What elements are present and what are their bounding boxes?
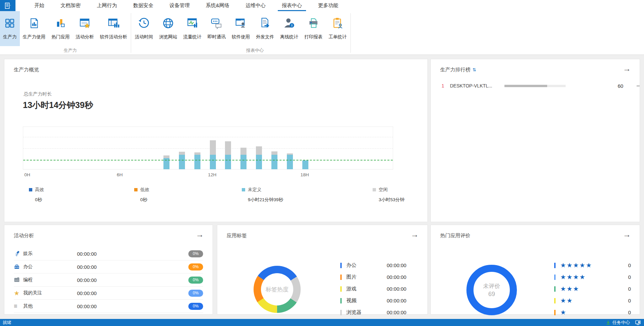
document-icon [4, 2, 11, 9]
ranking-row[interactable]: 1 DESKTOP-VLKTL... 60 [431, 80, 640, 92]
legend-marker [340, 263, 342, 268]
code-icon: </> [14, 277, 21, 283]
traffic-pulse-icon [186, 14, 199, 32]
ribbon-item-offline-stats[interactable]: i 离线统计 [277, 11, 301, 46]
percent-badge: 0% [188, 263, 203, 270]
legend-marker [554, 298, 556, 303]
stacked-bar [256, 146, 262, 169]
open-tags-arrow-icon[interactable]: → [411, 230, 419, 239]
panel-title: 应用标签 [227, 232, 247, 239]
user-info-icon: i [283, 14, 296, 32]
tab-doc-encryption[interactable]: 文档加密 [52, 0, 89, 11]
legend-marker [340, 310, 342, 315]
activity-list: 娱乐 00:00:00 0% 办公 00:00:00 0% </> 编程 00:… [14, 247, 203, 313]
tag-legend-row-pictures: 图片 00:00:00 [340, 271, 414, 283]
clipboard-user-icon [331, 14, 344, 32]
window-chart-icon [107, 14, 120, 32]
x-tick: 6H [117, 172, 122, 177]
briefcase-icon [14, 264, 21, 270]
window-star-icon [78, 14, 91, 32]
ribbon-item-activity-time[interactable]: 活动时间 [132, 11, 156, 46]
average-line [23, 160, 393, 160]
dashboard-content: 生产力概览 总生产力时长 13小时14分钟39秒 avg 0H 6H 12H 1… [0, 55, 644, 319]
score-value: 60 [594, 83, 623, 89]
legend-swatch [373, 188, 376, 191]
rating-row-2-stars: ★★ 0 [554, 295, 631, 306]
ribbon-item-instant-messaging[interactable]: 即时通讯 [204, 11, 229, 46]
ribbon-item-software-usage[interactable]: 软件使用 [229, 11, 253, 46]
tab-report-center[interactable]: 报表中心 [274, 0, 310, 11]
stacked-bar [194, 152, 200, 169]
x-tick: 18H [301, 172, 309, 177]
panel-hot-app-rating: 热门应用评价 → 未评价 69 ★★★★★ 0 ★★★★ 0 ★★★ 0 [430, 225, 640, 315]
stars-3-icon: ★★★ [560, 285, 628, 293]
legend-swatch [242, 188, 245, 191]
ribbon-item-productivity[interactable]: 生产力 [0, 11, 20, 46]
tab-start[interactable]: 开始 [26, 0, 52, 11]
open-ranking-arrow-icon[interactable]: → [623, 64, 631, 73]
legend-swatch [29, 188, 32, 191]
stars-2-icon: ★★ [560, 297, 628, 304]
tag-legend-row-office: 办公 00:00:00 [340, 259, 414, 271]
report-chart-icon [28, 14, 40, 32]
svg-text:</>: </> [15, 279, 19, 282]
stacked-bar [287, 153, 293, 169]
percent-badge: 0% [188, 303, 203, 310]
tab-more-features[interactable]: 更多功能 [310, 0, 346, 11]
rank-number: 1 [442, 83, 450, 88]
clock-history-icon [138, 14, 150, 32]
list-icon: ≡ [14, 303, 21, 309]
menu-bar: 开始 文档加密 上网行为 数据安全 设备管理 系统&网络 运维中心 报表中心 更… [0, 0, 644, 11]
x-tick: 12H [208, 172, 217, 177]
tag-legend-row-video: 视频 00:00:00 [340, 295, 414, 306]
ribbon-item-activity-analysis[interactable]: 活动分析 [73, 11, 97, 46]
panel-app-tags: 应用标签 → 标签热度 办公 00:00:00 图片 00:00:00 游戏 0… [217, 225, 428, 315]
x-axis-labels: 0H 6H 12H 18H [23, 172, 393, 178]
ring-center-value: 69 [488, 291, 495, 298]
unrated-ring-chart: 未评价 69 [466, 265, 517, 315]
stacked-bar [302, 160, 308, 169]
ribbon-item-work-order-stats[interactable]: 工单统计 [326, 11, 350, 46]
status-text: 就绪 [3, 320, 11, 326]
sort-icon[interactable]: ⇅ [472, 67, 476, 72]
task-monitor-icon[interactable] [635, 320, 641, 325]
star-icon: ★ [14, 290, 21, 296]
legend-marker [554, 263, 556, 268]
open-rating-arrow-icon[interactable]: → [623, 230, 631, 239]
tab-data-security[interactable]: 数据安全 [125, 0, 161, 11]
panel-title: 热门应用评价 [440, 232, 470, 239]
tab-web-behavior[interactable]: 上网行为 [89, 0, 125, 11]
stars-5-icon: ★★★★★ [560, 261, 628, 269]
stars-1-icon: ★ [560, 309, 628, 316]
computer-name: DESKTOP-VLKTL... [450, 83, 502, 88]
hot-apps-bars-icon [54, 14, 67, 32]
activity-row-entertainment[interactable]: 娱乐 00:00:00 0% [14, 247, 203, 260]
tag-heat-donut-chart: 标签热度 [254, 266, 301, 313]
legend-marker [340, 286, 342, 292]
activity-row-my-focus[interactable]: ★ 我的关注 00:00:00 0% [14, 287, 203, 300]
ribbon-item-outgoing-files[interactable]: 外发文件 [253, 11, 277, 46]
ribbon-item-print-report[interactable]: 打印报表 [301, 11, 326, 46]
legend-item-inefficient: 低效 0秒 [134, 187, 149, 203]
tab-ops-center[interactable]: 运维中心 [237, 0, 274, 11]
productivity-grid-icon [3, 14, 16, 32]
menu-tabs: 开始 文档加密 上网行为 数据安全 设备管理 系统&网络 运维中心 报表中心 更… [26, 0, 346, 11]
panel-title: 生产力排行榜⇅ [440, 67, 476, 73]
ribbon-item-traffic-stats[interactable]: 流量统计 [180, 11, 204, 46]
ribbon-item-software-activity-analysis[interactable]: 软件活动分析 [97, 11, 130, 46]
activity-row-other[interactable]: ≡ 其他 00:00:00 0% [14, 300, 203, 313]
tag-legend-row-browser: 浏览器 00:00:00 [340, 306, 414, 318]
task-center-button[interactable]: 任务中心 [612, 320, 630, 326]
legend-marker [340, 275, 342, 280]
ribbon-item-hot-apps[interactable]: 热门应用 [48, 11, 73, 46]
legend-item-efficient: 高效 0秒 [29, 187, 44, 203]
app-menu-button[interactable] [0, 0, 15, 11]
ribbon-item-browse-web[interactable]: 浏览网站 [156, 11, 180, 46]
open-activity-arrow-icon[interactable]: → [196, 230, 204, 239]
ribbon-item-productivity-usage[interactable]: 生产力使用 [20, 11, 49, 46]
tab-device-management[interactable]: 设备管理 [161, 0, 198, 11]
activity-row-programming[interactable]: </> 编程 00:00:00 0% [14, 274, 203, 287]
tab-system-network[interactable]: 系统&网络 [198, 0, 237, 11]
activity-row-office[interactable]: 办公 00:00:00 0% [14, 260, 203, 274]
panel-productivity-ranking: 生产力排行榜⇅ → 1 DESKTOP-VLKTL... 60 [430, 59, 640, 222]
